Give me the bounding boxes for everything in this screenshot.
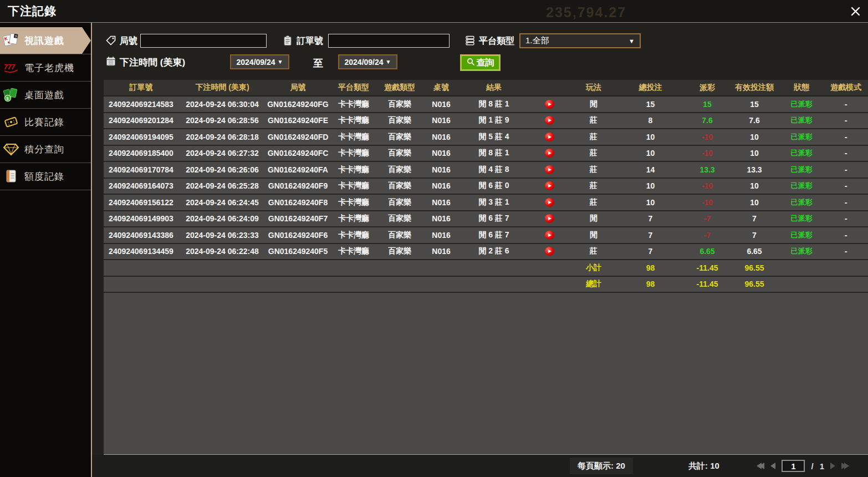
round-number-input[interactable] (140, 34, 267, 48)
replay-button[interactable] (545, 214, 554, 223)
table-row: 2409240692012842024-09-24 06:28:56GN0162… (104, 113, 868, 130)
cell-result: 閒 6 莊 0 (461, 181, 527, 191)
title-bar: 下注記錄 235,794.27 (0, 0, 868, 23)
page-title: 下注記錄 (0, 3, 57, 19)
replay-button[interactable] (545, 247, 554, 256)
cell-table-no: N016 (422, 149, 461, 158)
replay-button[interactable] (545, 165, 554, 174)
cell-play: 閒 (571, 214, 616, 224)
cell-valid-bet: 6.65 (729, 247, 779, 256)
cell-order: 240924069170784 (104, 165, 178, 174)
order-number-label-group: 訂單號 (282, 34, 323, 49)
header-result: 結果 (461, 83, 527, 93)
replay-button[interactable] (545, 133, 554, 141)
next-page-button[interactable] (830, 463, 835, 469)
cell-mode: - (824, 214, 868, 223)
date-to-picker[interactable]: 2024/09/24 ▼ (338, 54, 397, 69)
sidebar-item-label: 額度記錄 (24, 170, 64, 183)
cell-time: 2024-09-24 06:27:32 (178, 149, 266, 158)
order-number-label: 訂單號 (297, 35, 323, 47)
sidebar-item-quota-records[interactable]: 額度記錄 (0, 163, 91, 190)
cell-status: 已派彩 (779, 148, 824, 158)
cell-total-bet: 10 (616, 198, 685, 207)
prev-page-button[interactable] (770, 463, 775, 469)
sidebar-item-table-games[interactable]: $ 桌面遊戲 (0, 82, 91, 109)
sidebar-item-label: 視訊遊戲 (24, 34, 64, 47)
header-table-no: 桌號 (422, 83, 461, 93)
cell-mode: - (824, 116, 868, 125)
sidebar-item-label: 電子老虎機 (24, 62, 74, 74)
cell-platform: 卡卡灣廳 (330, 197, 377, 207)
cell-game: 百家樂 (377, 115, 422, 125)
cell-order: 240924069134459 (104, 247, 178, 256)
header-time: 下注時間 (美東) (178, 83, 266, 93)
cell-game: 百家樂 (377, 148, 422, 158)
cell-game: 百家樂 (377, 197, 422, 207)
replay-cell (527, 247, 571, 256)
sum-total-bet: 98 (616, 280, 685, 288)
close-icon[interactable] (850, 6, 861, 17)
cell-payout: -7 (685, 231, 729, 240)
sidebar-item-slots[interactable]: 777 電子老虎機 (0, 54, 91, 82)
last-page-button[interactable] (841, 463, 849, 469)
cell-play: 莊 (571, 148, 616, 158)
cell-valid-bet: 7.6 (729, 116, 779, 125)
replay-button[interactable] (545, 198, 554, 207)
cell-result: 閒 2 莊 6 (461, 246, 527, 256)
header-status: 狀態 (779, 83, 824, 93)
svg-text:777: 777 (4, 63, 16, 71)
cell-game: 百家樂 (377, 214, 422, 224)
replay-button[interactable] (545, 116, 554, 125)
cell-order: 240924069185400 (104, 149, 178, 158)
cell-play: 莊 (571, 165, 616, 175)
sidebar-item-points-query[interactable]: 積分查詢 (0, 136, 91, 163)
sidebar-item-match-records[interactable]: 比賽記錄 (0, 109, 91, 136)
bet-time-label-group: 下注時間 (美東) (105, 55, 185, 70)
table-row: 2409240691344592024-09-24 06:22:48GN0162… (104, 244, 868, 261)
cell-valid-bet: 7 (729, 231, 779, 240)
page-input[interactable]: 1 (782, 460, 805, 472)
table-empty-area (104, 293, 868, 454)
cell-round: GN016249240FD (266, 133, 330, 141)
replay-cell (527, 214, 571, 223)
sidebar-item-video-games[interactable]: K♥ 9 視訊遊戲 (0, 27, 91, 54)
table-header-row: 訂單號 下注時間 (美東) 局號 平台類型 遊戲類型 桌號 結果 玩法 總投注 … (104, 80, 868, 97)
cell-status: 已派彩 (779, 230, 824, 240)
search-button-label: 查詢 (477, 57, 494, 69)
cell-play: 閒 (571, 99, 616, 109)
page-separator: / (811, 461, 813, 471)
cell-payout: 6.65 (685, 247, 729, 256)
header-valid-bet: 有效投注額 (729, 83, 779, 93)
cell-round: GN016249240FC (266, 149, 330, 158)
cell-platform: 卡卡灣廳 (330, 115, 377, 125)
search-button[interactable]: 查詢 (460, 54, 501, 71)
pagination: 1 / 1 (757, 455, 849, 477)
subtotal-row: 小計98-11.4596.55 (104, 260, 868, 277)
date-from-picker[interactable]: 2024/09/24 ▼ (230, 54, 289, 69)
order-number-input[interactable] (328, 34, 450, 48)
cell-platform: 卡卡灣廳 (330, 230, 377, 240)
sum-total-bet: 98 (616, 263, 685, 272)
replay-button[interactable] (545, 181, 554, 190)
sum-payout: -11.45 (685, 263, 729, 272)
cell-round: GN016249240F9 (266, 181, 330, 190)
play-icon (548, 250, 552, 253)
cell-mode: - (824, 231, 868, 240)
platform-type-dropdown[interactable]: 1.全部 ▼ (519, 33, 641, 48)
cell-mode: - (824, 181, 868, 190)
cell-result: 閒 1 莊 9 (461, 115, 527, 125)
sidebar: K♥ 9 視訊遊戲 777 電子老虎機 (0, 23, 92, 477)
svg-text:$: $ (7, 97, 9, 101)
cell-total-bet: 10 (616, 149, 685, 158)
replay-button[interactable] (545, 231, 554, 240)
cell-total-bet: 10 (616, 133, 685, 141)
table-row: 2409240691499032024-09-24 06:24:09GN0162… (104, 211, 868, 228)
date-from-value: 2024/09/24 (237, 58, 275, 67)
table-row: 2409240691433862024-09-24 06:23:33GN0162… (104, 227, 868, 244)
platform-server-icon (464, 35, 476, 48)
replay-button[interactable] (545, 149, 554, 158)
first-page-button[interactable] (757, 463, 764, 469)
cell-payout: 13.3 (685, 165, 729, 174)
replay-button[interactable] (545, 100, 554, 109)
cell-result: 閒 6 莊 7 (461, 230, 527, 240)
